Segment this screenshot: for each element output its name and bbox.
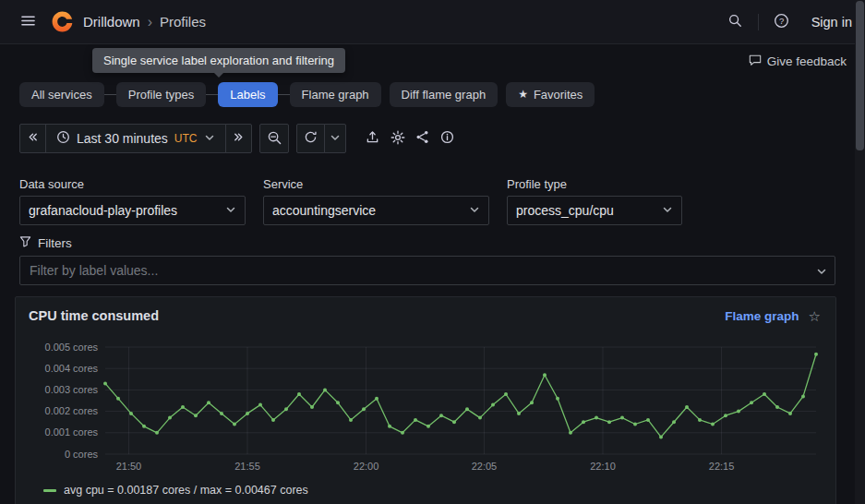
tab-favorites[interactable]: ★Favorites: [506, 82, 595, 107]
scrollbar[interactable]: [855, 0, 865, 504]
breadcrumb-drilldown[interactable]: Drilldown: [83, 14, 140, 30]
zoom-out-button[interactable]: [259, 124, 289, 153]
filter-input[interactable]: [19, 256, 835, 285]
legend-text: avg cpu = 0.00187 cores / max = 0.00467 …: [64, 484, 308, 497]
clock-icon: [56, 130, 70, 147]
tab-connector: [278, 94, 290, 95]
share-icon: [415, 130, 429, 147]
tab-label: Labels: [230, 88, 265, 102]
gear-icon: [390, 130, 405, 148]
exploration-tabs: All servicesProfile typesLabelsFlame gra…: [0, 81, 865, 107]
tab-label: Diff flame graph: [402, 88, 487, 102]
export-button[interactable]: [361, 124, 385, 153]
service-select[interactable]: accountingservice: [263, 196, 489, 225]
grafana-logo[interactable]: [50, 9, 75, 34]
scrollbar-thumb[interactable]: [856, 1, 864, 150]
time-toolbar: Last 30 minutes UTC: [19, 124, 850, 153]
svg-text:22:10: 22:10: [590, 461, 616, 472]
filters-label: Filters: [38, 236, 72, 250]
chevron-down-icon: [330, 132, 341, 146]
profile-type-value: process_cpu/cpu: [516, 203, 614, 218]
data-source-select[interactable]: grafanacloud-play-profiles: [19, 196, 246, 225]
help-button[interactable]: ?: [767, 7, 797, 37]
data-source-label: Data source: [19, 177, 246, 191]
info-button[interactable]: [436, 124, 460, 153]
svg-text:0.001 cores: 0.001 cores: [45, 426, 99, 438]
svg-text:0.004 cores: 0.004 cores: [45, 363, 99, 374]
legend-series-swatch: [43, 489, 56, 492]
tab-label: Flame graph: [302, 88, 369, 102]
search-button[interactable]: [720, 7, 750, 37]
timezone-label: UTC: [174, 132, 198, 145]
labels-tooltip: Single service label exploration and fil…: [92, 48, 345, 73]
chevron-down-icon: [816, 265, 827, 280]
chevron-down-icon: [469, 203, 480, 218]
svg-text:0.005 cores: 0.005 cores: [45, 342, 99, 353]
panel-action-icons: [361, 124, 460, 153]
help-icon: ?: [774, 13, 789, 31]
svg-text:22:05: 22:05: [472, 461, 498, 472]
cpu-time-panel: CPU time consumed Flame graph ☆ 0.005 co…: [15, 296, 836, 504]
time-shift-forward-button[interactable]: [225, 124, 252, 153]
top-nav: Drilldown › Profiles ? Sign in: [0, 0, 865, 44]
search-icon: [727, 13, 742, 30]
service-value: accountingservice: [272, 203, 376, 218]
refresh-interval-dropdown[interactable]: [324, 124, 346, 153]
chevron-down-icon: [204, 132, 215, 146]
chart-legend[interactable]: avg cpu = 0.00187 cores / max = 0.00467 …: [16, 482, 835, 504]
svg-text:22:15: 22:15: [709, 461, 735, 472]
profile-type-label: Profile type: [507, 177, 682, 191]
flame-graph-link[interactable]: Flame graph: [725, 309, 799, 323]
hamburger-icon: [20, 13, 36, 31]
export-icon: [366, 130, 379, 147]
svg-text:21:55: 21:55: [234, 461, 260, 472]
svg-text:22:00: 22:00: [354, 461, 379, 472]
time-range-label: Last 30 minutes: [77, 131, 168, 146]
profile-type-select[interactable]: process_cpu/cpu: [507, 196, 682, 225]
chevron-down-icon: [662, 203, 673, 218]
sign-in-link[interactable]: Sign in: [811, 15, 852, 30]
tab-diff-flame-graph[interactable]: Diff flame graph: [390, 82, 499, 107]
time-shift-back-button[interactable]: [19, 124, 46, 153]
chevron-right-icon: ›: [148, 15, 152, 30]
time-range-picker[interactable]: Last 30 minutes UTC: [45, 124, 226, 153]
nav-divider: [758, 14, 759, 30]
refresh-icon: [304, 130, 318, 147]
tab-profile-types[interactable]: Profile types: [116, 82, 207, 107]
sub-header-row: Single service label exploration and fil…: [0, 44, 865, 81]
tab-labels[interactable]: Labels: [218, 82, 277, 107]
filter-input-wrap: [19, 256, 835, 285]
breadcrumb-profiles[interactable]: Profiles: [160, 14, 206, 30]
share-button[interactable]: [411, 124, 435, 153]
zoom-out-icon: [267, 130, 282, 148]
svg-text:0.002 cores: 0.002 cores: [45, 405, 99, 416]
give-feedback-link[interactable]: Give feedback: [749, 54, 847, 69]
favorite-star-icon[interactable]: ☆: [809, 309, 821, 323]
tab-connector: [104, 94, 116, 95]
comment-icon: [749, 54, 762, 69]
panel-title: CPU time consumed: [29, 308, 159, 323]
tab-flame-graph[interactable]: Flame graph: [290, 82, 381, 107]
data-source-value: grafanacloud-play-profiles: [29, 203, 177, 218]
tab-connector: [206, 94, 218, 95]
svg-text:21:50: 21:50: [116, 461, 142, 472]
svg-text:0 cores: 0 cores: [65, 449, 99, 460]
breadcrumb: Drilldown › Profiles: [83, 14, 206, 30]
double-chevron-right-icon: [233, 131, 245, 146]
tab-label: Favorites: [534, 88, 583, 102]
query-controls: Data source grafanacloud-play-profiles S…: [19, 177, 850, 225]
menu-toggle-button[interactable]: [13, 7, 42, 37]
give-feedback-label: Give feedback: [767, 54, 847, 68]
tab-all-services[interactable]: All services: [19, 82, 104, 107]
double-chevron-left-icon: [27, 131, 39, 146]
tab-label: All services: [31, 88, 92, 102]
service-label: Service: [263, 177, 489, 191]
star-icon: ★: [518, 89, 528, 100]
filters-header: Filters: [19, 235, 850, 250]
refresh-button[interactable]: [296, 124, 325, 153]
cpu-time-chart[interactable]: 0.005 cores0.004 cores0.003 cores0.002 c…: [28, 325, 823, 482]
filter-icon: [19, 235, 31, 250]
info-icon: [440, 130, 454, 147]
svg-text:?: ?: [779, 15, 784, 25]
settings-button[interactable]: [386, 124, 410, 153]
